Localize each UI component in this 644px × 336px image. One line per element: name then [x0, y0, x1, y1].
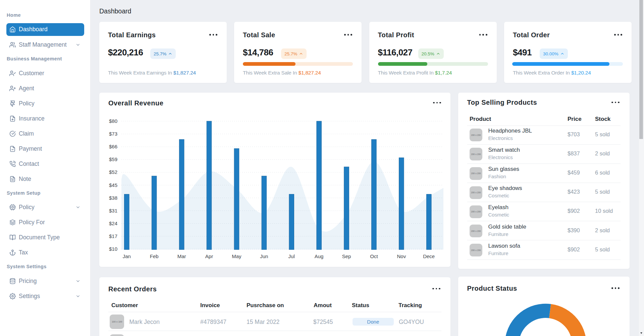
svg-text:$52: $52	[109, 169, 117, 175]
svg-text:Dece: Dece	[423, 253, 435, 259]
svg-text:$17: $17	[109, 233, 117, 239]
svg-text:$59: $59	[109, 156, 117, 162]
svg-text:Jun: Jun	[260, 253, 268, 259]
svg-text:$73: $73	[109, 131, 117, 137]
svg-text:Apr: Apr	[205, 253, 213, 259]
svg-text:Mar: Mar	[177, 253, 186, 259]
svg-text:$45: $45	[109, 182, 117, 188]
svg-text:$24: $24	[109, 220, 117, 226]
svg-text:Jan: Jan	[123, 253, 131, 259]
svg-text:$38: $38	[109, 195, 117, 200]
svg-text:$80: $80	[109, 118, 117, 124]
svg-text:Sep: Sep	[342, 253, 351, 259]
svg-text:$31: $31	[109, 207, 117, 213]
svg-text:May: May	[232, 253, 241, 259]
svg-text:Jul: Jul	[288, 253, 295, 259]
svg-text:Aug: Aug	[315, 253, 324, 259]
svg-text:Nov: Nov	[397, 253, 406, 259]
svg-text:$66: $66	[109, 144, 117, 149]
svg-text:Feb: Feb	[150, 253, 159, 259]
svg-text:$10: $10	[109, 246, 117, 252]
svg-text:Oct: Oct	[370, 253, 378, 259]
